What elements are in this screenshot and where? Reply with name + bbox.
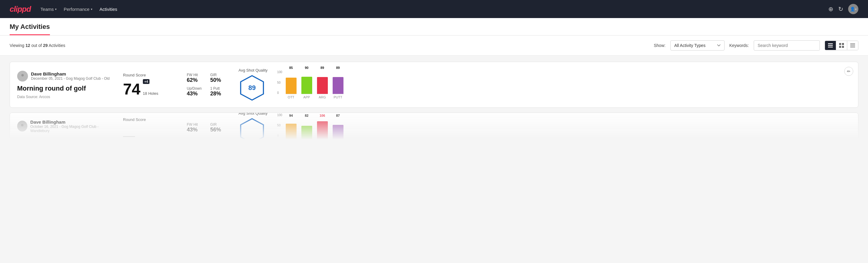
bar-value-arg-2: 106 bbox=[319, 114, 325, 117]
user-avatar-menu[interactable]: 👤 ▾ bbox=[848, 4, 858, 14]
bar-label-putt: PUTT bbox=[334, 95, 342, 99]
svg-rect-3 bbox=[839, 43, 841, 45]
updown-label: Up/Down bbox=[187, 86, 206, 91]
grid-view-button[interactable] bbox=[836, 41, 847, 50]
round-score-section: Round Score bbox=[123, 117, 177, 138]
stats-section: FW Hit 62% GIR 50% Up/Down 43% 1 Putt 28… bbox=[187, 73, 229, 97]
bar-group-app-2: 82 bbox=[301, 114, 312, 142]
bar-group-app: 90 APP bbox=[301, 66, 312, 99]
oneputt-stat: 1 Putt 28% bbox=[210, 86, 229, 97]
bar-chart-2: 100 50 0 94 82 bbox=[277, 113, 377, 142]
bar-arg bbox=[317, 77, 328, 94]
round-score-label: Round Score bbox=[123, 117, 177, 122]
hex-quality-score: 89 bbox=[239, 74, 266, 101]
bar-label-arg: ARG bbox=[319, 95, 326, 99]
hex-quality-score bbox=[239, 117, 266, 143]
svg-rect-2 bbox=[828, 47, 833, 48]
bar-group-putt-2: 87 bbox=[333, 114, 343, 142]
list-lines-icon bbox=[828, 43, 833, 48]
bar-putt-2 bbox=[333, 125, 343, 141]
page-header: My Activities bbox=[0, 18, 868, 35]
avatar bbox=[17, 121, 27, 132]
bar-app bbox=[301, 77, 312, 94]
app-logo[interactable]: clippd bbox=[10, 4, 31, 14]
gir-value: 56% bbox=[210, 127, 229, 133]
show-label: Show: bbox=[654, 43, 665, 48]
person-icon bbox=[19, 123, 25, 129]
card-info: Dave Billingham October 16, 2021 - Gog M… bbox=[17, 119, 114, 136]
fw-hit-stat: FW Hit 43% bbox=[187, 122, 206, 133]
bar-value-app-2: 82 bbox=[305, 114, 308, 117]
chevron-down-icon: ▾ bbox=[91, 7, 92, 11]
add-icon[interactable]: ⊕ bbox=[828, 5, 833, 12]
avg-shot-quality-section: Avg Shot Quality 89 100 50 0 bbox=[239, 68, 377, 101]
nav-link-performance[interactable]: Performance ▾ bbox=[64, 7, 92, 12]
refresh-icon[interactable]: ↻ bbox=[838, 5, 843, 12]
keyword-search-input[interactable] bbox=[754, 40, 820, 51]
compact-view-button[interactable] bbox=[847, 41, 858, 50]
edit-button[interactable]: ✏ bbox=[844, 67, 853, 76]
svg-rect-6 bbox=[842, 46, 844, 48]
gir-stat: GIR 50% bbox=[210, 73, 229, 83]
bar-group-ott: 85 OTT bbox=[286, 66, 297, 99]
bar-ott bbox=[286, 78, 297, 94]
score-display bbox=[123, 124, 177, 138]
fw-hit-label: FW Hit bbox=[187, 73, 206, 77]
activity-title: Morning round of golf bbox=[17, 85, 114, 92]
bar-ott-2 bbox=[286, 124, 297, 141]
oneputt-label: 1 Putt bbox=[210, 86, 229, 91]
nav-link-teams[interactable]: Teams ▾ bbox=[40, 7, 57, 12]
fw-hit-stat: FW Hit 62% bbox=[187, 73, 206, 83]
bar-arg-2 bbox=[317, 121, 328, 141]
bar-value-app: 90 bbox=[305, 66, 308, 69]
fw-hit-value: 62% bbox=[187, 77, 206, 83]
svg-point-14 bbox=[21, 124, 24, 126]
bar-label-ott: OTT bbox=[288, 95, 294, 99]
score-placeholder bbox=[123, 124, 135, 137]
bar-app-2 bbox=[301, 126, 312, 141]
bar-group-arg: 89 ARG bbox=[317, 66, 328, 99]
viewing-count-text: Viewing 12 out of 29 Activities bbox=[10, 43, 649, 48]
holes-text: 18 Holes bbox=[143, 91, 158, 96]
bar-group-arg-2: 106 bbox=[317, 114, 328, 142]
nav-link-activities[interactable]: Activities bbox=[99, 7, 117, 12]
bar-label-app: APP bbox=[304, 95, 310, 99]
y-label-50: 50 bbox=[277, 124, 282, 127]
score-badge: +4 bbox=[143, 79, 150, 84]
updown-value: 43% bbox=[187, 91, 206, 97]
bar-value-putt: 89 bbox=[336, 66, 340, 69]
fw-hit-label: FW Hit bbox=[187, 122, 206, 127]
bar-value-ott: 85 bbox=[289, 66, 292, 69]
activity-type-select[interactable]: All Activity Types bbox=[671, 40, 724, 51]
round-score-section: Round Score 74 +4 18 Holes bbox=[123, 73, 177, 97]
y-label-0: 0 bbox=[277, 134, 282, 138]
svg-rect-10 bbox=[850, 47, 855, 48]
bar-value-arg: 89 bbox=[320, 66, 324, 69]
gir-value: 50% bbox=[210, 77, 229, 83]
oneputt-value: 28% bbox=[210, 91, 229, 97]
y-label-100: 100 bbox=[277, 113, 282, 117]
gir-label: GIR bbox=[210, 73, 229, 77]
avg-shot-quality-label: Avg Shot Quality bbox=[239, 68, 268, 72]
y-label-100: 100 bbox=[277, 70, 282, 74]
chevron-down-icon: ▾ bbox=[55, 7, 57, 11]
svg-rect-8 bbox=[850, 45, 855, 45]
bar-value-ott-2: 94 bbox=[289, 114, 292, 117]
avg-shot-quality-label: Avg Shot Quality bbox=[239, 113, 268, 116]
bar-group-putt: 89 PUTT bbox=[333, 66, 343, 99]
svg-point-11 bbox=[21, 74, 24, 77]
card-info: Dave Billingham December 05, 2021 - Gog … bbox=[17, 71, 114, 99]
bar-group-ott-2: 94 bbox=[286, 114, 297, 142]
svg-marker-16 bbox=[241, 119, 264, 143]
fw-hit-value: 43% bbox=[187, 127, 206, 133]
page-title: My Activities bbox=[10, 23, 50, 35]
list-view-button[interactable] bbox=[825, 41, 836, 50]
user-date: December 05, 2021 - Gog Magog Golf Club … bbox=[31, 77, 110, 81]
navbar: clippd Teams ▾ Performance ▾ Activities … bbox=[0, 0, 868, 18]
gir-label: GIR bbox=[210, 122, 229, 127]
svg-rect-1 bbox=[828, 45, 833, 46]
avatar bbox=[17, 71, 28, 82]
score-display: 74 +4 18 Holes bbox=[123, 79, 177, 97]
svg-rect-0 bbox=[828, 43, 833, 44]
score-number: 74 bbox=[123, 81, 141, 97]
